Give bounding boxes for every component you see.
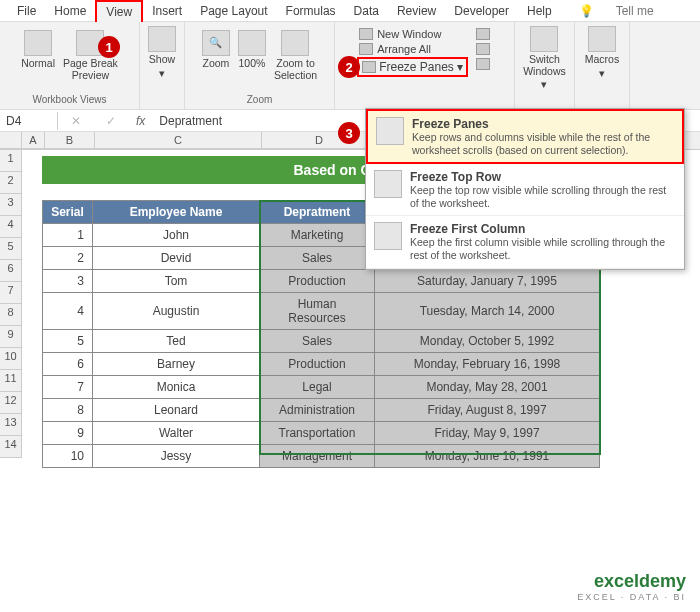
tab-developer[interactable]: Developer bbox=[445, 1, 518, 21]
zoom-sel-button[interactable]: Zoom to Selection bbox=[272, 28, 319, 83]
col-header-C[interactable]: C bbox=[95, 132, 262, 149]
bulb-icon: 💡 bbox=[570, 1, 603, 21]
cell[interactable]: Administration bbox=[260, 399, 375, 422]
table-row: 9WalterTransportationFriday, May 9, 1997 bbox=[43, 422, 600, 445]
row-header-2[interactable]: 2 bbox=[0, 172, 22, 194]
row-header-5[interactable]: 5 bbox=[0, 238, 22, 260]
cell[interactable]: Devid bbox=[93, 247, 260, 270]
cell[interactable]: 5 bbox=[43, 330, 93, 353]
cell[interactable]: Monday, October 5, 1992 bbox=[375, 330, 600, 353]
row-header-3[interactable]: 3 bbox=[0, 194, 22, 216]
cell[interactable]: Marketing bbox=[260, 224, 375, 247]
new-window-button[interactable]: New Window bbox=[357, 27, 468, 41]
menu-freeze-top-row[interactable]: Freeze Top RowKeep the top row visible w… bbox=[366, 164, 684, 216]
name-box[interactable]: D4 bbox=[0, 112, 58, 130]
zoom-button[interactable]: 🔍Zoom bbox=[200, 28, 232, 72]
hide-icon bbox=[476, 43, 490, 55]
switch-windows-button[interactable]: Switch Windows▾ bbox=[521, 24, 568, 93]
cell[interactable]: Jessy bbox=[93, 445, 260, 468]
normal-button[interactable]: Normal bbox=[19, 28, 57, 72]
tab-formulas[interactable]: Formulas bbox=[277, 1, 345, 21]
tab-help[interactable]: Help bbox=[518, 1, 561, 21]
row-header-10[interactable]: 10 bbox=[0, 348, 22, 370]
cell[interactable]: John bbox=[93, 224, 260, 247]
freeze-panes-button[interactable]: Freeze Panes▾ bbox=[357, 57, 468, 77]
col-header-A[interactable]: A bbox=[22, 132, 45, 149]
row-header-14[interactable]: 14 bbox=[0, 436, 22, 458]
tab-review[interactable]: Review bbox=[388, 1, 445, 21]
show-button[interactable]: Show▾ bbox=[146, 24, 178, 81]
cell[interactable]: 2 bbox=[43, 247, 93, 270]
row-header-9[interactable]: 9 bbox=[0, 326, 22, 348]
chevron-down-icon: ▾ bbox=[457, 60, 463, 74]
row-header-6[interactable]: 6 bbox=[0, 260, 22, 282]
arrange-all-button[interactable]: Arrange All bbox=[357, 42, 468, 56]
cell[interactable]: Transportation bbox=[260, 422, 375, 445]
row-header-4[interactable]: 4 bbox=[0, 216, 22, 238]
table-row: 8LeonardAdministrationFriday, August 8, … bbox=[43, 399, 600, 422]
row-header-13[interactable]: 13 bbox=[0, 414, 22, 436]
group-show: Show▾ bbox=[140, 22, 185, 109]
cell[interactable]: Monday, May 28, 2001 bbox=[375, 376, 600, 399]
cell[interactable]: Ted bbox=[93, 330, 260, 353]
table-row: 3TomProductionSaturday, January 7, 1995 bbox=[43, 270, 600, 293]
show-icon bbox=[148, 26, 176, 52]
macros-button[interactable]: Macros▾ bbox=[583, 24, 621, 81]
cell[interactable]: Monica bbox=[93, 376, 260, 399]
group-switch-windows: Switch Windows▾ bbox=[515, 22, 575, 109]
row-header-7[interactable]: 7 bbox=[0, 282, 22, 304]
cell[interactable]: Tuesday, March 14, 2000 bbox=[375, 293, 600, 330]
menu-freeze-first-column[interactable]: Freeze First ColumnKeep the first column… bbox=[366, 216, 684, 268]
col-header-B[interactable]: B bbox=[45, 132, 95, 149]
cell[interactable]: Walter bbox=[93, 422, 260, 445]
cell[interactable]: Human Resources bbox=[260, 293, 375, 330]
tab-file[interactable]: File bbox=[8, 1, 45, 21]
cell[interactable]: 7 bbox=[43, 376, 93, 399]
tab-view[interactable]: View bbox=[95, 0, 143, 22]
cell[interactable]: Monday, June 10, 1991 bbox=[375, 445, 600, 468]
freeze-panes-icon bbox=[376, 117, 404, 145]
chevron-down-icon: ▾ bbox=[159, 68, 165, 80]
cell[interactable]: 6 bbox=[43, 353, 93, 376]
cell[interactable]: Friday, August 8, 1997 bbox=[375, 399, 600, 422]
table-row: 10JessyManagementMonday, June 10, 1991 bbox=[43, 445, 600, 468]
row-header-8[interactable]: 8 bbox=[0, 304, 22, 326]
hide-button[interactable] bbox=[474, 42, 492, 56]
tab-home[interactable]: Home bbox=[45, 1, 95, 21]
cell[interactable]: Friday, May 9, 1997 bbox=[375, 422, 600, 445]
cell[interactable]: Augustin bbox=[93, 293, 260, 330]
unhide-button[interactable] bbox=[474, 57, 492, 71]
cell[interactable]: Production bbox=[260, 270, 375, 293]
cell[interactable]: 4 bbox=[43, 293, 93, 330]
row-header-12[interactable]: 12 bbox=[0, 392, 22, 414]
group-label-views: Workbook Views bbox=[32, 94, 106, 107]
cell[interactable]: Tom bbox=[93, 270, 260, 293]
cell[interactable]: 8 bbox=[43, 399, 93, 422]
zoom-100-button[interactable]: 100% bbox=[236, 28, 268, 72]
cell[interactable]: Sales bbox=[260, 330, 375, 353]
enter-icon: ✓ bbox=[106, 114, 116, 128]
cell[interactable]: 1 bbox=[43, 224, 93, 247]
cell[interactable]: Sales bbox=[260, 247, 375, 270]
menu-freeze-panes[interactable]: Freeze PanesKeep rows and columns visibl… bbox=[366, 109, 684, 164]
cell[interactable]: Monday, February 16, 1998 bbox=[375, 353, 600, 376]
split-button[interactable] bbox=[474, 27, 492, 41]
cell[interactable]: 9 bbox=[43, 422, 93, 445]
cell[interactable]: Leonard bbox=[93, 399, 260, 422]
cell[interactable]: 3 bbox=[43, 270, 93, 293]
tell-me[interactable]: 💡Tell me bbox=[561, 0, 672, 24]
cell[interactable]: Barney bbox=[93, 353, 260, 376]
annotation-1: 1 bbox=[98, 36, 120, 58]
tab-insert[interactable]: Insert bbox=[143, 1, 191, 21]
fx-icon[interactable]: fx bbox=[128, 114, 153, 128]
tab-page-layout[interactable]: Page Layout bbox=[191, 1, 276, 21]
switch-icon bbox=[530, 26, 558, 52]
row-header-11[interactable]: 11 bbox=[0, 370, 22, 392]
cell[interactable]: Management bbox=[260, 445, 375, 468]
tab-data[interactable]: Data bbox=[345, 1, 388, 21]
row-header-1[interactable]: 1 bbox=[0, 150, 22, 172]
cell[interactable]: Production bbox=[260, 353, 375, 376]
cell[interactable]: Legal bbox=[260, 376, 375, 399]
cell[interactable]: 10 bbox=[43, 445, 93, 468]
cell[interactable]: Saturday, January 7, 1995 bbox=[375, 270, 600, 293]
